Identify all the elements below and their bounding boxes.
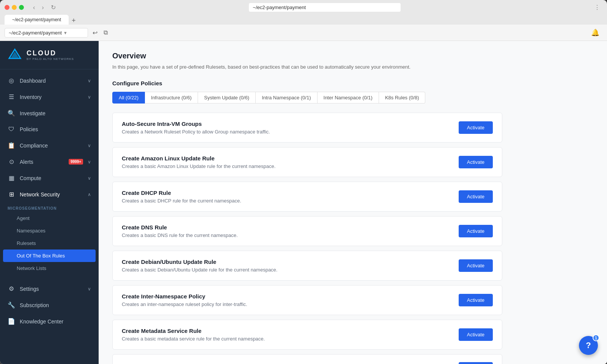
filter-tabs: All (0/22) Infrastructure (0/6) System U… [112,92,502,104]
toolbar: ~/ec2-payment/payment ▾ ↩ ⧉ 🔔 [0,25,607,41]
sidebar-item-label-compliance: Compliance [20,143,83,149]
investigate-icon: 🔍 [8,110,15,117]
sidebar-item-alerts[interactable]: ⊙ Alerts 9999+ ∨ [0,154,99,170]
forward-button[interactable]: › [39,3,46,12]
path-dropdown-icon[interactable]: ▾ [64,30,67,36]
toolbar-path[interactable]: ~/ec2-payment/payment ▾ [5,28,88,38]
app-window: CLOUD BY PALO ALTO NETWORKS ◎ Dashboard … [0,41,607,364]
maximize-dot[interactable] [19,5,24,10]
sidebar-item-settings[interactable]: ⚙ Settings ∨ [0,281,99,297]
inventory-arrow-icon: ∨ [88,94,91,100]
page-title: Overview [112,52,502,60]
sidebar-sub-item-namespaces[interactable]: Namespaces [0,224,99,237]
activate-button-create-ntp[interactable]: Activate [459,362,493,364]
rule-info: Create DHCP Rule Creates a basic DHCP ru… [122,190,459,204]
activate-button-create-dns[interactable]: Activate [459,225,493,237]
alerts-icon: ⊙ [8,158,15,165]
rule-desc: Creates an inter-namespace ruleset polic… [122,301,459,307]
rule-card-auto-secure-intra-vm: Auto-Secure Intra-VM Groups Creates a Ne… [112,113,502,143]
copy-button[interactable]: ⧉ [102,28,109,38]
sidebar-item-label-investigate: Investigate [20,110,91,116]
sidebar-nav: ◎ Dashboard ∨ ☰ Inventory ∨ 🔍 Investigat… [0,69,99,364]
new-tab-button[interactable]: + [69,17,79,25]
rule-desc: Creates a basic metadata service rule fo… [122,336,459,342]
sidebar-item-label-inventory: Inventory [20,94,83,100]
filter-tab-intra-namespace[interactable]: Intra Namespace (0/1) [256,92,317,104]
filter-tab-k8s-rules[interactable]: K8s Rules (0/8) [379,92,426,104]
sidebar-item-inventory[interactable]: ☰ Inventory ∨ [0,89,99,105]
browser-chrome: ‹ › ↻ ~/ec2-payment/payment ⋮ ~/ec2-paym… [0,0,607,25]
alerts-arrow-icon: ∨ [88,159,91,165]
sidebar-sub-item-rulesets[interactable]: Rulesets [0,237,99,249]
activate-button-create-dhcp[interactable]: Activate [459,190,493,203]
rule-info: Create Amazon Linux Update Rule Creates … [122,155,459,169]
compute-icon: ▦ [8,174,15,182]
rule-name: Create Metadata Service Rule [122,328,459,334]
filter-tab-all[interactable]: All (0/22) [112,92,145,104]
sidebar-item-network-security[interactable]: ⊞ Network Security ∧ [0,186,99,202]
activate-button-create-debian-ubuntu[interactable]: Activate [459,259,493,272]
rule-desc: Creates a basic DNS rule for the current… [122,232,459,238]
sidebar-sub-item-network-lists[interactable]: Network Lists [0,262,99,275]
logo-icon [8,48,22,62]
logo-subtitle: BY PALO ALTO NETWORKS [27,57,74,61]
sidebar-item-investigate[interactable]: 🔍 Investigate [0,105,99,121]
browser-dots [5,5,24,10]
notification-bell-button[interactable]: 🔔 [588,27,602,38]
network-security-icon: ⊞ [8,191,15,198]
logo-wordmark: CLOUD [27,49,74,57]
refresh-button[interactable]: ↻ [49,3,58,12]
filter-tab-inter-namespace[interactable]: Inter Namespace (0/1) [318,92,379,104]
page-description: In this page, you have a set of pre-defi… [112,63,502,71]
rule-name: Create DHCP Rule [122,190,459,196]
knowledge-center-icon: 📄 [8,318,15,325]
rule-card-create-dns: Create DNS Rule Creates a basic DNS rule… [112,216,502,246]
activate-button-create-amazon-linux[interactable]: Activate [459,156,493,168]
filter-tab-infrastructure[interactable]: Infrastructure (0/6) [145,92,198,104]
sidebar-sub-item-agent[interactable]: Agent [0,212,99,224]
addressbar-container: ~/ec2-payment/payment [61,3,589,12]
menu-button[interactable]: ⋮ [592,3,602,12]
logo-text-group: CLOUD BY PALO ALTO NETWORKS [27,49,74,61]
dashboard-icon: ◎ [8,77,15,84]
rule-desc: Creates a basic Debian/Ubuntu Update rul… [122,267,459,273]
sidebar-item-dashboard[interactable]: ◎ Dashboard ∨ [0,72,99,89]
sidebar-logo: CLOUD BY PALO ALTO NETWORKS [0,41,99,69]
browser-nav: ‹ › ↻ [31,3,58,12]
sidebar-item-knowledge-center[interactable]: 📄 Knowledge Center [0,313,99,329]
minimize-dot[interactable] [12,5,17,10]
rule-card-create-ntp: Create NTP Rule Activate [112,354,502,364]
addressbar[interactable]: ~/ec2-payment/payment [249,3,401,12]
path-text: ~/ec2-payment/payment [9,30,62,36]
close-dot[interactable] [5,5,9,10]
rule-name: Auto-Secure Intra-VM Groups [122,121,459,127]
settings-icon: ⚙ [8,285,15,292]
rule-name: Create Amazon Linux Update Rule [122,155,459,162]
rule-info: Create Inter-Namespace Policy Creates an… [122,293,459,307]
rule-name: Create Debian/Ubuntu Update Rule [122,259,459,265]
rule-info: Create DNS Rule Creates a basic DNS rule… [122,224,459,238]
browser-titlebar: ‹ › ↻ ~/ec2-payment/payment ⋮ [5,3,602,12]
activate-button-create-metadata-service[interactable]: Activate [459,328,493,341]
activate-button-auto-secure-intra-vm[interactable]: Activate [459,121,493,134]
sidebar-item-subscription[interactable]: 🔧 Subscription [0,297,99,313]
rule-name: Create Inter-Namespace Policy [122,293,459,300]
back-button[interactable]: ‹ [31,3,37,12]
activate-button-create-inter-namespace[interactable]: Activate [459,294,493,306]
sidebar-item-label-network-security: Network Security [20,191,83,198]
sidebar-item-policies[interactable]: 🛡 Policies [0,121,99,137]
sidebar-item-compute[interactable]: ▦ Compute ∨ [0,170,99,186]
rule-desc: Creates a basic DHCP rule for the curren… [122,198,459,204]
sidebar-item-compliance[interactable]: 📋 Compliance ∨ [0,137,99,154]
sidebar-item-label-compute: Compute [20,175,83,181]
compliance-icon: 📋 [8,142,15,149]
sidebar-sub-item-out-of-the-box-rules[interactable]: Out Of The Box Rules [3,249,96,262]
main-content: Overview In this page, you have a set of… [99,41,607,364]
help-button[interactable]: 1 ? [579,336,598,355]
undo-button[interactable]: ↩ [91,28,99,38]
content-inner: Overview In this page, you have a set of… [99,41,516,364]
sidebar-item-label-subscription: Subscription [20,302,91,308]
browser-tab[interactable]: ~/ec2-payment/payment [5,15,69,25]
tab-label: ~/ec2-payment/payment [12,17,61,22]
filter-tab-system-update[interactable]: System Update (0/6) [198,92,256,104]
